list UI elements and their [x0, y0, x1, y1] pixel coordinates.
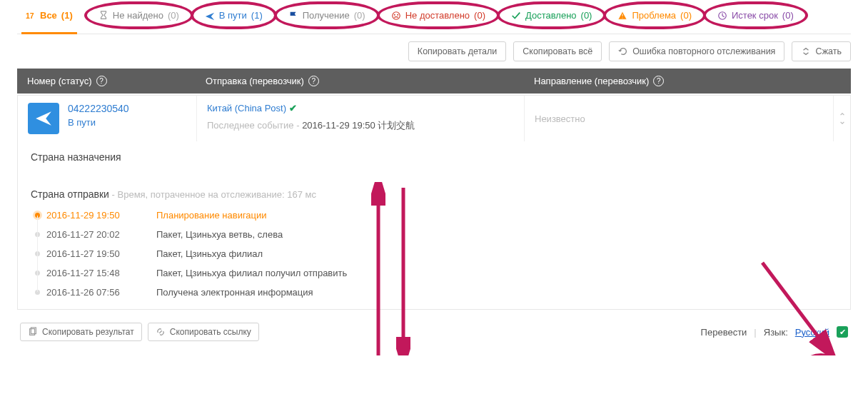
- flag-icon: [288, 11, 298, 21]
- logo-17-icon: 17: [26, 11, 36, 21]
- event-date: 2016-11-26 07:56: [46, 287, 146, 298]
- tab-label: Истек срок: [732, 10, 778, 21]
- tab-count: (0): [680, 10, 692, 21]
- tab-label: Проблема: [632, 10, 676, 21]
- tab-pickup[interactable]: Получение (0): [280, 4, 374, 26]
- event-text: Планирование навигации: [156, 210, 267, 221]
- event-date: 2016-11-27 15:48: [46, 268, 146, 278]
- event-text: Пакет, Цзиньхуа филиал: [156, 248, 263, 259]
- button-label: Сжать: [815, 46, 842, 56]
- button-label: Скопировать ссылку: [170, 327, 251, 337]
- status-tabs: 17 Все (1) Не найдено (0) В пути (1): [17, 0, 851, 34]
- col-shipment-label: Отправка (перевозчик): [206, 76, 304, 86]
- event-row: 2016-11-29 19:50 Планирование навигации: [31, 206, 837, 225]
- svg-point-2: [394, 14, 395, 15]
- last-event-value: 2016-11-29 19:50 计划交航: [302, 120, 415, 131]
- copy-all-button[interactable]: Скопировать всё: [513, 41, 602, 61]
- tab-not-found[interactable]: Не найдено (0): [90, 4, 188, 26]
- tab-label: Не доставлено: [405, 10, 470, 21]
- svg-text:17: 17: [26, 11, 34, 19]
- direction-value: Неизвестно: [535, 113, 585, 124]
- check-icon: [511, 11, 521, 21]
- event-date: 2016-11-27 19:50: [46, 248, 146, 259]
- tracking-number[interactable]: 04222230540: [68, 103, 129, 114]
- collapse-button[interactable]: Сжать: [792, 41, 851, 61]
- timing-note: - Время, потраченное на отслеживание: 16…: [112, 189, 316, 200]
- shipment-details: Страна назначения Страна отправки - Врем…: [18, 141, 850, 309]
- carrier-link[interactable]: Китай (China Post): [207, 103, 286, 113]
- event-row: 2016-11-26 07:56 Получена электронная ин…: [31, 283, 837, 302]
- svg-point-1: [392, 11, 400, 19]
- event-row: 2016-11-27 19:50 Пакет, Цзиньхуа филиал: [31, 244, 837, 263]
- copy-details-button[interactable]: Копировать детали: [408, 41, 506, 61]
- retrack-button[interactable]: Ошибка повторного отслеживания: [609, 41, 784, 61]
- tab-count: (0): [168, 10, 179, 21]
- collapse-icon: [801, 46, 811, 56]
- col-number-label: Номер (статус): [27, 76, 92, 86]
- tab-count: (0): [782, 10, 794, 21]
- event-timeline: 2016-11-29 19:50 Планирование навигации …: [31, 206, 837, 302]
- shipment-summary-row: 04222230540 В пути Китай (China Post) ✔ …: [18, 96, 850, 141]
- event-text: Получена электронная информация: [156, 287, 313, 298]
- col-direction-label: Направление (перевозчик): [534, 76, 649, 86]
- tab-label: Не найдено: [113, 10, 163, 21]
- tab-in-transit[interactable]: В пути (1): [196, 4, 271, 26]
- sad-face-icon: [391, 11, 401, 21]
- transit-status-icon: [28, 103, 59, 134]
- language-select[interactable]: Русский: [795, 327, 829, 338]
- tab-problem[interactable]: Проблема (0): [609, 4, 700, 26]
- expand-toggle[interactable]: [833, 96, 850, 141]
- event-row: 2016-11-27 20:02 Пакет, Цзиньхуа ветвь, …: [31, 225, 837, 244]
- tab-label: Доставлено: [525, 10, 577, 21]
- language-checked-icon: ✔: [837, 326, 848, 338]
- translate-link[interactable]: Перевести: [701, 327, 747, 338]
- tab-expired[interactable]: Истек срок (0): [709, 4, 802, 26]
- help-icon[interactable]: ?: [96, 76, 107, 86]
- tab-count: (1): [251, 10, 263, 21]
- origin-country-label: Страна отправки: [31, 188, 109, 200]
- tab-label: Все: [40, 10, 57, 21]
- tab-all[interactable]: 17 Все (1): [17, 4, 81, 26]
- tab-count: (0): [474, 10, 485, 21]
- language-label: Язык:: [764, 327, 788, 338]
- tab-count: (0): [354, 10, 365, 21]
- event-date: 2016-11-27 20:02: [46, 229, 146, 240]
- help-icon[interactable]: ?: [653, 76, 664, 86]
- toolbar: Копировать детали Скопировать всё Ошибка…: [17, 34, 851, 69]
- clock-icon: [717, 11, 727, 21]
- tab-undelivered[interactable]: Не доставлено (0): [383, 4, 494, 26]
- tab-label: В пути: [219, 10, 247, 21]
- copy-result-button[interactable]: Скопировать результат: [20, 323, 142, 341]
- event-text: Пакет, Цзиньхуа филиал получил отправить: [156, 268, 347, 278]
- copy-link-button[interactable]: Скопировать ссылку: [148, 323, 259, 341]
- tab-count: (0): [581, 10, 592, 21]
- event-date: 2016-11-29 19:50: [46, 210, 146, 221]
- tab-delivered[interactable]: Доставлено (0): [503, 4, 600, 26]
- table-header: Номер (статус) ? Отправка (перевозчик) ?…: [17, 69, 851, 94]
- help-icon[interactable]: ?: [308, 76, 319, 86]
- plane-icon: [205, 11, 215, 21]
- refresh-icon: [618, 46, 628, 56]
- button-label: Ошибка повторного отслеживания: [632, 46, 775, 56]
- event-row: 2016-11-27 15:48 Пакет, Цзиньхуа филиал …: [31, 263, 837, 283]
- svg-point-3: [397, 14, 398, 15]
- button-label: Скопировать результат: [42, 327, 134, 337]
- hourglass-icon: [99, 11, 108, 21]
- link-icon: [156, 327, 166, 337]
- separator: |: [754, 327, 756, 338]
- shipment-card: 04222230540 В пути Китай (China Post) ✔ …: [17, 95, 851, 310]
- tab-count: (1): [61, 10, 73, 21]
- last-event-label: Последнее событие -: [207, 120, 300, 131]
- destination-country-label: Страна назначения: [31, 151, 837, 163]
- tab-label: Получение: [303, 10, 350, 21]
- footer-bar: Скопировать результат Скопировать ссылку…: [17, 315, 851, 341]
- verified-icon: ✔: [289, 103, 297, 113]
- event-text: Пакет, Цзиньхуа ветвь, слева: [156, 229, 283, 240]
- warning-icon: [617, 11, 627, 21]
- annotation-circle: [796, 353, 846, 355]
- tracking-status: В пути: [68, 117, 129, 128]
- copy-icon: [28, 327, 38, 337]
